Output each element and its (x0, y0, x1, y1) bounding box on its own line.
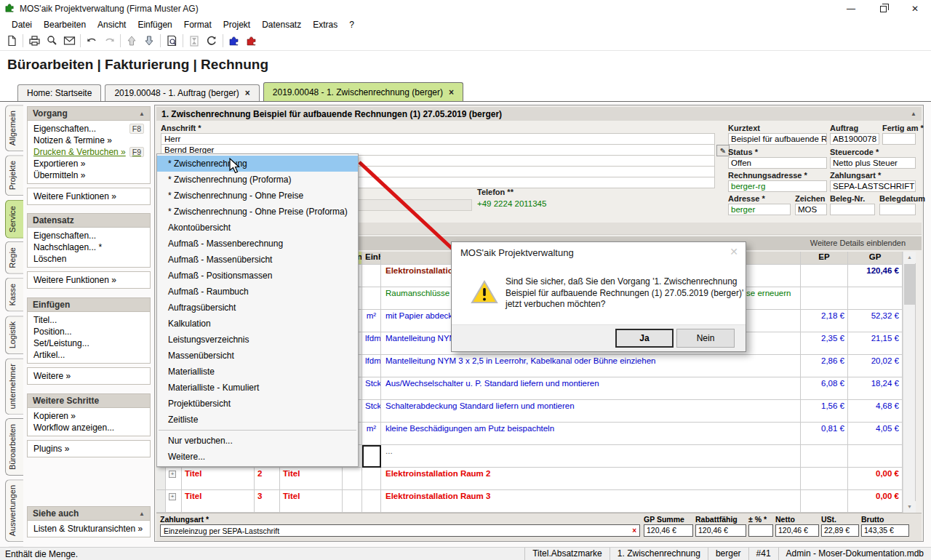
nav-item-plugins[interactable]: Plugins » (28, 443, 150, 455)
cell-gp[interactable]: 21,15 € (848, 332, 903, 355)
header-einh[interactable]: Einh (362, 252, 381, 265)
menu-item-aufmass-positionsmassen[interactable]: Aufmaß - Positionsmassen (157, 268, 358, 284)
cell-gp[interactable]: 0,00 € (848, 490, 903, 513)
nav-item-exportieren[interactable]: Exportieren » (28, 158, 150, 169)
cell-gp[interactable]: 120,46 € (848, 265, 903, 287)
nav-item-kopieren[interactable]: Kopieren » (28, 410, 150, 422)
menu-item-aufmass-massenberechnung[interactable]: Aufmaß - Massenberechnung (157, 236, 358, 252)
cell-einh[interactable]: m² (362, 423, 381, 445)
cell-typ[interactable]: Titel (280, 490, 343, 513)
cell-einh[interactable]: m² (362, 310, 381, 332)
cell-expand[interactable]: + (166, 490, 182, 513)
menu-item-leistungsverzeichnis[interactable]: Leistungsverzeichnis (157, 332, 358, 348)
print-preview-icon[interactable] (43, 33, 60, 49)
collapse-icon[interactable]: ▲ (911, 111, 916, 117)
email-icon[interactable] (60, 33, 78, 49)
dialog-close-icon[interactable]: ✕ (730, 246, 738, 257)
adresse-field[interactable]: berger (728, 204, 791, 215)
cell-einh[interactable]: Stck (362, 377, 381, 400)
telefon-value[interactable]: +49 2224 2011345 (477, 199, 546, 208)
side-tab-logistik[interactable]: Logistik (5, 316, 23, 354)
scroll-down-icon[interactable]: ▼ (903, 501, 916, 513)
side-tab-service[interactable]: Service (5, 200, 23, 239)
menu-projekt[interactable]: Projekt (217, 19, 256, 31)
move-up-icon[interactable] (123, 33, 140, 49)
menu-item-massenuebersicht[interactable]: Massenübersicht (157, 348, 358, 364)
cell-einh-focused[interactable] (362, 445, 381, 468)
side-tab-regie[interactable]: Regie (5, 241, 23, 274)
cell-text[interactable]: Mantelleitung NYM 3 x 2,5 in Leerrohr, K… (381, 355, 801, 377)
undo-icon[interactable] (83, 33, 100, 49)
refresh-icon[interactable] (203, 33, 220, 49)
menu-extras[interactable]: Extras (307, 19, 343, 31)
menu-item-aufmass-raumbuch[interactable]: Aufmaß - Raumbuch (157, 284, 358, 300)
nav-item-position[interactable]: Position... (28, 326, 150, 337)
nav-item-weitere-funktionen[interactable]: Weitere Funktionen » (28, 191, 150, 202)
total-value[interactable] (748, 524, 773, 537)
nav-item-drucken-verbuchen[interactable]: Drucken & Verbuchen »F9 (28, 146, 150, 158)
status-field[interactable]: Offen (728, 157, 827, 169)
collapse-icon[interactable]: ▲ (139, 511, 145, 517)
menu-item-aufmass-massenuebersicht[interactable]: Aufmaß - Massenübersicht (157, 252, 358, 268)
fertig-am-field[interactable] (882, 133, 916, 145)
new-document-icon[interactable] (3, 33, 20, 49)
collapse-icon[interactable]: ▲ (139, 111, 145, 117)
cell-ep[interactable]: 1,56 € (801, 400, 848, 423)
menu-format[interactable]: Format (178, 19, 217, 31)
cell-gp[interactable]: 20,02 € (848, 355, 903, 377)
cell-text[interactable]: Elektroinstallation Raum 3 (381, 490, 801, 513)
cell-gp[interactable] (848, 445, 903, 468)
scrollbar-thumb[interactable] (904, 264, 915, 305)
zeichen-field[interactable]: MOS (795, 204, 827, 215)
no-button[interactable]: Nein (676, 329, 735, 348)
nav-item-notizen-termine[interactable]: Notizen & Termine » (28, 135, 150, 146)
clear-icon[interactable]: × (632, 527, 636, 535)
section-header-siehe-auch[interactable]: Siehe auch ▲ (27, 506, 151, 521)
cell-text[interactable]: Schalterabdeckung Standard liefern und m… (381, 400, 801, 423)
nav-item-workflow-anzeigen[interactable]: Workflow anzeigen... (28, 422, 150, 433)
menu-item-projektuebersicht[interactable]: Projektübersicht (157, 396, 358, 412)
side-tab-kasse[interactable]: Kasse (5, 278, 23, 312)
section-header-vorgang[interactable]: Vorgang ▲ (27, 106, 151, 121)
cell-gp[interactable] (848, 287, 903, 310)
table-row[interactable]: + Titel 3 Titel Elektroinstallation Raum… (156, 490, 915, 513)
cell-einh[interactable] (362, 265, 381, 287)
nav-item-ds-weitere-funktionen[interactable]: Weitere Funktionen » (28, 274, 150, 286)
tab-home[interactable]: Home: Startseite (17, 84, 101, 101)
side-tab-unternehmer[interactable]: unternehmer (5, 358, 23, 415)
nav-item-weitere[interactable]: Weitere » (28, 370, 150, 382)
cell-einh[interactable] (362, 287, 381, 310)
nav-item-titel[interactable]: Titel... (28, 314, 150, 326)
cell-gp[interactable]: 4,05 € (848, 423, 903, 445)
side-tab-allgemein[interactable]: Allgemein (5, 105, 23, 151)
anschrift-line-1[interactable]: Herr (161, 133, 715, 145)
cell-text[interactable]: kleine Beschädigungen am Putz beispachte… (381, 423, 801, 445)
cell-gp[interactable]: 18,24 € (848, 377, 903, 400)
menu-help[interactable]: ? (343, 19, 360, 31)
menu-item-auftragsuebersicht[interactable]: Auftragsübersicht (157, 300, 358, 316)
tab-auftrag[interactable]: 2019.00048 - 1. Auftrag (berger) × (105, 84, 259, 101)
cell-einh[interactable]: lfdm (362, 332, 381, 355)
auftrag-field[interactable]: AB1900078 (830, 133, 879, 145)
redo-icon[interactable] (100, 33, 118, 49)
table-row[interactable]: + Titel 2 Titel Elektroinstallation Raum… (156, 468, 915, 490)
nav-item-eigenschaften[interactable]: Eigenschaften...F8 (28, 123, 150, 135)
cell-ep[interactable]: 6,08 € (801, 377, 848, 400)
cell-ep[interactable]: 0,81 € (801, 423, 848, 445)
section-header-weitere-schritte[interactable]: Weitere Schritte (27, 393, 151, 408)
cell-expand[interactable]: + (166, 468, 182, 490)
menu-item-zwischenrechnung[interactable]: * Zwischenrechnung (157, 156, 358, 172)
nav-item-nachschlagen[interactable]: Nachschlagen... * (28, 241, 150, 253)
nav-item-ds-eigenschaften[interactable]: Eigenschaften... (28, 230, 150, 241)
menu-item-kalkulation[interactable]: Kalkulation (157, 316, 358, 332)
section-header-datensatz[interactable]: Datensatz (27, 213, 151, 228)
side-tab-projekte[interactable]: Projekte (5, 155, 23, 196)
kurztext-field[interactable]: Beispiel für aufbauende Re (728, 133, 827, 145)
rechnungsadresse-field[interactable]: berger-rg (728, 180, 827, 192)
nav-item-artikel[interactable]: Artikel... (28, 349, 150, 361)
menu-datensatz[interactable]: Datensatz (256, 19, 307, 31)
header-ep[interactable]: EP (801, 252, 848, 265)
restore-button[interactable] (867, 0, 899, 17)
menu-bearbeiten[interactable]: Bearbeiten (38, 19, 92, 31)
menu-item-nur-verbuchen[interactable]: Nur verbuchen... (157, 433, 358, 449)
